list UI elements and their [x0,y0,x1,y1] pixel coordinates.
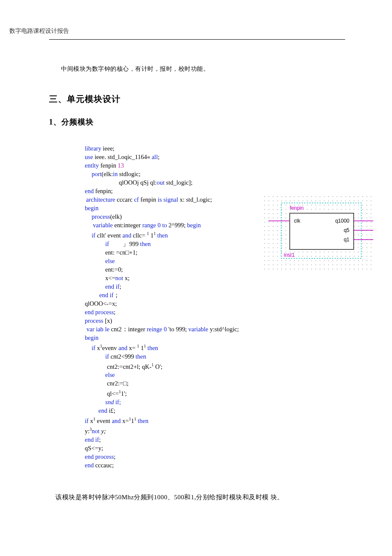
num-literal: 13 [118,162,124,169]
code-text: x= [127,345,137,351]
kw-endif: end if [105,283,119,290]
kw-if: if [105,240,109,247]
kw-endprocess: end process [85,453,114,460]
code-text: i£; [107,407,115,414]
code-text: x; [123,275,130,281]
code-text: evenv [102,345,118,351]
code-text: 1'; [121,390,127,397]
code-text: y:std^logic; [208,326,239,333]
code-text: y: [85,428,89,434]
code-text: cllc= [131,232,147,239]
code-text: (elk: [101,171,113,177]
code-text: 1 [131,417,134,424]
code-text: 」 [123,240,129,247]
diagram-port-out2: q5 [344,227,350,233]
code-text: cnt2:=cnt2+l; qK- [107,363,152,370]
kw-endif: end if [85,436,99,443]
diagram-port-in: clk [294,218,301,224]
page-content: 中间模块为数字钟的核心，有计时，报时，校时功能。 三、单元模块设计 1、分频模块… [49,65,347,501]
kw-in: in [113,171,118,177]
kw-then: then [146,345,158,351]
kw-else: else [105,258,115,264]
kw-then: then [135,353,146,360]
code-text: cllt' event [95,232,122,239]
code-text: cnt2<999 [109,353,135,360]
kw-entity: entlty [85,162,99,169]
kw-of: cf [134,196,139,203]
code-text: event [95,417,112,424]
kw-architecture: architecture [86,196,115,203]
code-text: ; [119,283,121,290]
kw-port: port [92,171,101,177]
kw-begin: begin [85,205,98,211]
kw-variable: variable [93,222,113,229]
kw-all: all [152,153,158,160]
code-text: ; [99,436,101,443]
code-text: ; [158,153,159,160]
kw-and: and [112,417,121,424]
kw-endprocess: end process [85,309,114,316]
vhdl-code-block: library ieee; use ieee. std_l.oqic_1164«… [85,144,255,469]
code-text: y; [100,428,106,434]
code-text: ent:=0; [105,266,123,273]
code-text: qlOOO<-=x; [85,300,117,307]
kw-library: library [85,145,101,152]
kw-end: end [85,462,94,469]
kw-range: reinge 0 [147,326,167,333]
code-text: cccauc; [94,462,114,469]
code-text: 1 [149,232,154,239]
code-text: 1 [139,345,144,351]
code-text: x [95,345,100,351]
kw-end: snd [105,399,114,405]
intro-paragraph: 中间模块为数字钟的核心，有计时，报时，校时功能。 [49,65,347,73]
code-text: ieee. std_l.oqic_1164« [93,153,152,160]
kw-process: process [85,317,104,324]
kw-end: end [85,188,94,194]
code-text: x= [121,417,129,424]
code-text: x [89,417,93,424]
kw-out: out [157,179,165,186]
kw-range: range 0 to [142,222,167,229]
code-text: fenpin [99,162,118,169]
kw-if: if [92,232,95,239]
code-space [109,240,123,247]
code-text: stdlogic; [118,171,141,177]
diagram-port-out1: q1000 [335,218,350,224]
code-text: qS<=y; [85,445,103,452]
code-text: ieee; [101,145,115,152]
code-text: x: std_l.ogic; [178,196,212,203]
code-text: ; [114,309,115,316]
code-text: ent:integer [113,222,142,229]
code-text: O'; [154,363,163,370]
diagram-entity-label: fenpin [290,205,304,211]
code-text: fenpin; [94,188,113,194]
code-text: [x) [104,317,112,324]
code-text: 999 [129,240,140,247]
kw-if: if [85,417,89,424]
code-text: 'to 999; [167,326,189,333]
kw-if: if [105,353,109,360]
kw-and: and [118,345,127,351]
kw-then: then [136,417,149,424]
diagram-port-out3: q1 [344,237,350,243]
code-text: 2^999; [167,222,187,229]
code-text: ； [113,292,120,298]
code-text: ; [114,453,115,460]
kw-process: process [92,213,110,220]
code-text: cnr2:=□; [107,380,129,387]
code-text: std_logic]; [164,179,193,186]
kw-and: and [122,232,131,239]
kw-else: else [105,371,115,378]
kw-use: use [85,153,93,160]
code-text: fenpin [139,196,158,203]
kw-if: if; [114,399,121,405]
code-text: (elk) [110,213,122,220]
kw-variable: variable [188,326,208,333]
code-text: x<= [105,275,115,281]
kw-end: end [98,407,107,414]
header-rule [49,39,345,40]
page-header: 数字电路课程设计报告 [9,27,69,35]
code-text: cccarc [115,196,134,203]
kw-not: not [92,428,100,434]
code-text: ent: =cn□+1; [105,249,137,256]
